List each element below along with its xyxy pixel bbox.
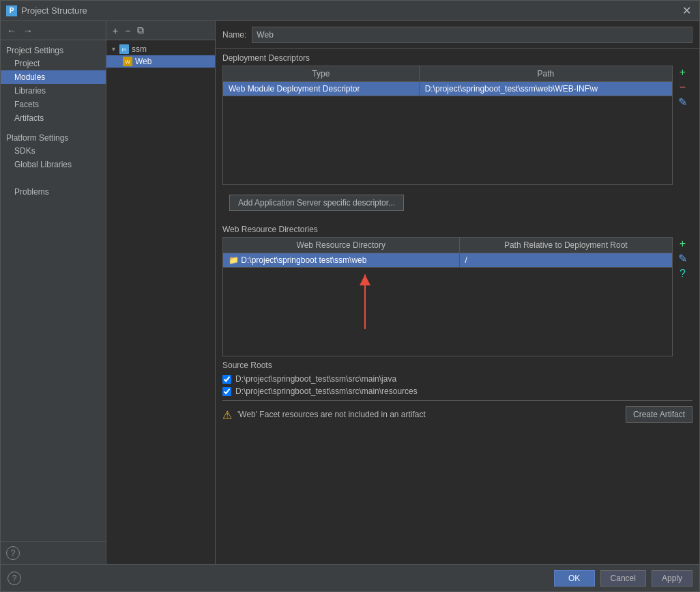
main-content: ← → Project Settings Project Modules Lib… [1,21,699,564]
create-artifact-button[interactable]: Create Artifact [626,406,692,423]
deployment-edit-button[interactable]: ✎ [675,96,690,109]
deployment-path-cell: D:\project\springboot_test\ssm\web\WEB-I… [419,82,672,96]
window-title: Project Structure [21,5,87,16]
arrow-annotation [360,274,370,285]
close-button[interactable]: ✕ [680,3,694,18]
sidebar-item-modules[interactable]: Modules [1,70,106,84]
bottom-left: ? [8,572,21,585]
add-descriptor-button[interactable]: Add Application Server specific descript… [229,195,404,211]
detail-scroll: Deployment Descriptors Type Path [216,49,699,564]
sidebar-item-libraries[interactable]: Libraries [1,84,106,98]
add-descriptor-wrapper: Add Application Server specific descript… [216,185,699,221]
module-tree: + − ⧉ ▼ m ssm W Web [106,21,216,564]
title-bar-left: P Project Structure [6,5,87,16]
web-resource-add-button[interactable]: + [675,237,690,251]
bottom-right: OK Cancel Apply [554,570,692,587]
sidebar-item-artifacts[interactable]: Artifacts [1,111,106,125]
sidebar-help-button[interactable]: ? [6,546,20,560]
module-icon: m [119,44,129,54]
tree-node-ssm[interactable]: ▼ m ssm [106,43,215,55]
sidebar-item-global-libraries[interactable]: Global Libraries [1,158,106,171]
sidebar-bottom: ? [1,541,106,564]
tree-copy-button[interactable]: ⧉ [135,24,146,37]
tree-remove-button[interactable]: − [123,25,132,37]
expand-icon: ▼ [111,46,117,53]
sidebar-nav: Project Settings Project Modules Librari… [1,40,106,541]
warning-text: 'Web' Facet resources are not included i… [237,410,620,419]
title-bar: P Project Structure ✕ [1,1,699,21]
name-input[interactable] [252,27,692,43]
web-icon: W [123,57,132,66]
cancel-button[interactable]: Cancel [600,570,646,587]
nav-back-button[interactable]: ← [5,25,18,37]
bottom-bar: ? OK Cancel Apply [1,564,699,591]
web-resource-table-container: Web Resource Directory Path Relative to … [222,237,673,356]
web-resource-title: Web Resource Directories [216,221,699,237]
tree-content: ▼ m ssm W Web [106,40,215,564]
tree-add-button[interactable]: + [111,25,120,37]
web-resource-section: Web Resource Directories Web Resource Di… [216,221,699,356]
web-resource-table-wrapper: Web Resource Directory Path Relative to … [222,237,692,356]
detail-panel: Name: Deployment Descriptors Type [216,21,699,564]
source-root-row-0: D:\project\springboot_test\ssm\src\main\… [222,373,692,385]
nav-forward-button[interactable]: → [21,25,35,37]
source-root-checkbox-0[interactable] [222,375,231,384]
web-resource-dir-cell: 📁 D:\project\springboot test\ssm\web [223,253,460,268]
web-resource-edit-button[interactable]: ✎ [675,252,690,266]
tree-toolbar: + − ⧉ [106,21,215,40]
tree-node-web[interactable]: W Web [106,55,215,68]
deployment-remove-button[interactable]: − [675,81,690,94]
sidebar-item-project[interactable]: Project [1,57,106,70]
sidebar: ← → Project Settings Project Modules Lib… [1,21,106,564]
web-resource-path-col: Path Relative to Deployment Root [459,238,672,253]
deployment-type-cell: Web Module Deployment Descriptor [223,82,420,96]
web-resource-help-button[interactable]: ? [675,267,690,281]
deployment-side-buttons: + − ✎ [673,66,692,109]
arrow-head [360,274,370,285]
sidebar-toolbar: ← → [1,21,106,40]
folder-icon: 📁 [229,255,241,265]
spacer [216,428,699,564]
warning-row: ⚠ 'Web' Facet resources are not included… [222,400,692,428]
web-resource-dir-col: Web Resource Directory [223,238,460,253]
source-roots-title: Source Roots [222,356,692,373]
deployment-table-container: Type Path Web Module Deployment Descript… [222,66,673,185]
deployment-table-wrapper: Type Path Web Module Deployment Descript… [222,66,692,185]
web-resource-side-buttons: + ✎ ? [673,237,692,281]
web-resource-path-cell: / [459,253,672,268]
web-resource-empty-area [222,268,673,356]
deployment-descriptors-title: Deployment Descriptors [216,49,699,66]
table-row[interactable]: Web Module Deployment Descriptor D:\proj… [223,82,673,96]
help-button[interactable]: ? [8,572,21,585]
source-roots-section: Source Roots D:\project\springboot_test\… [216,356,699,428]
deployment-table-empty [222,96,673,185]
deployment-table: Type Path Web Module Deployment Descript… [222,66,673,96]
deployment-type-col: Type [223,66,420,82]
sidebar-item-problems[interactable]: Problems [1,185,106,199]
web-resource-table: Web Resource Directory Path Relative to … [222,237,673,268]
name-header: Name: [216,21,699,49]
sidebar-item-facets[interactable]: Facets [1,98,106,111]
warning-icon: ⚠ [222,408,232,421]
source-root-path-1: D:\project\springboot_test\ssm\src\main\… [235,386,418,396]
source-root-checkbox-1[interactable] [222,387,231,396]
source-root-path-0: D:\project\springboot_test\ssm\src\main\… [235,374,396,384]
app-icon: P [6,5,17,16]
apply-button[interactable]: Apply [652,570,692,587]
platform-settings-label: Platform Settings [1,130,106,144]
name-label: Name: [222,30,246,40]
deployment-path-col: Path [419,66,672,82]
ok-button[interactable]: OK [554,570,595,587]
table-row[interactable]: 📁 D:\project\springboot test\ssm\web / [223,253,673,268]
sidebar-item-sdks[interactable]: SDKs [1,144,106,158]
source-root-row-1: D:\project\springboot_test\ssm\src\main\… [222,385,692,397]
project-settings-label: Project Settings [1,43,106,57]
deployment-descriptors-section: Deployment Descriptors Type Path [216,49,699,185]
project-structure-window: P Project Structure ✕ ← → Project Settin… [0,0,700,592]
deployment-add-button[interactable]: + [675,66,690,79]
